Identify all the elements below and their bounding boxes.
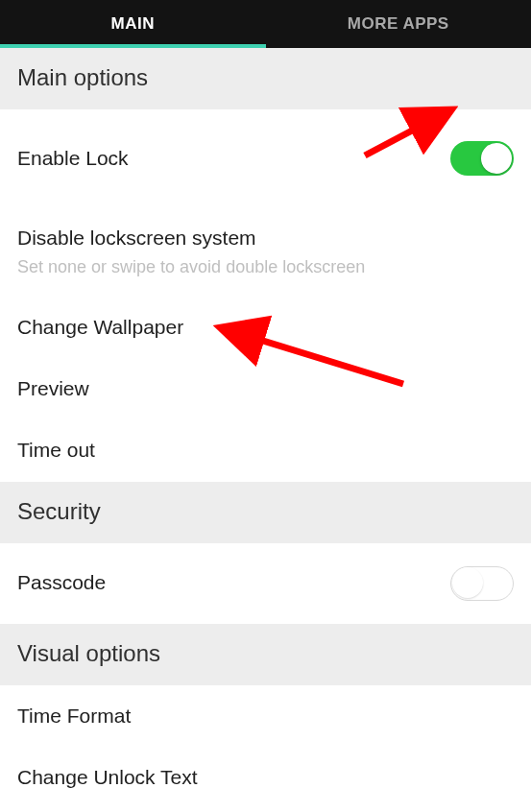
row-passcode[interactable]: Passcode (0, 543, 531, 624)
section-header-security: Security (0, 482, 531, 543)
row-time-out[interactable]: Time out (0, 419, 531, 481)
tab-main[interactable]: MAIN (0, 0, 266, 48)
toggle-knob (481, 143, 512, 174)
section-header-visual-options: Visual options (0, 624, 531, 685)
row-passcode-title: Passcode (17, 570, 450, 595)
section-header-main-options-label: Main options (17, 64, 148, 90)
tab-more-apps-label: MORE APPS (348, 14, 449, 34)
row-change-unlock-text-title: Change Unlock Text (17, 765, 514, 790)
row-time-format[interactable]: Time Format (0, 685, 531, 747)
section-header-visual-options-label: Visual options (17, 640, 160, 666)
row-change-wallpaper-title: Change Wallpaper (17, 315, 514, 340)
toggle-passcode[interactable] (450, 566, 514, 601)
row-change-wallpaper[interactable]: Change Wallpaper (0, 297, 531, 358)
row-time-out-title: Time out (17, 438, 514, 463)
row-change-unlock-text[interactable]: Change Unlock Text (0, 747, 531, 808)
row-enable-lock-title: Enable Lock (17, 146, 450, 171)
section-header-security-label: Security (17, 498, 101, 524)
row-enable-lock[interactable]: Enable Lock (0, 109, 531, 207)
row-disable-lockscreen-title: Disable lockscreen system (17, 226, 514, 251)
row-preview-title: Preview (17, 376, 514, 401)
tab-more-apps[interactable]: MORE APPS (266, 0, 532, 48)
toggle-knob (452, 567, 483, 598)
row-disable-lockscreen[interactable]: Disable lockscreen system Set none or sw… (0, 207, 531, 297)
toggle-enable-lock[interactable] (450, 141, 514, 176)
row-preview[interactable]: Preview (0, 358, 531, 419)
tab-main-label: MAIN (111, 14, 155, 34)
tab-bar: MAIN MORE APPS (0, 0, 531, 48)
row-time-format-title: Time Format (17, 704, 514, 728)
row-disable-lockscreen-subtitle: Set none or swipe to avoid double locksc… (17, 256, 514, 278)
section-header-main-options: Main options (0, 48, 531, 109)
